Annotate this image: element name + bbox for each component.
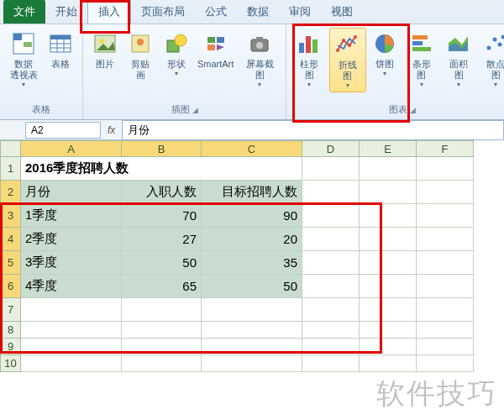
cell[interactable] — [417, 322, 474, 339]
cell[interactable] — [122, 339, 202, 355]
cell[interactable] — [417, 228, 474, 251]
col-header[interactable]: D — [302, 140, 360, 157]
cell[interactable] — [417, 157, 474, 181]
cell[interactable]: 月份 — [21, 181, 122, 204]
fx-icon[interactable]: fx — [101, 124, 122, 136]
name-box[interactable]: A2 — [25, 122, 101, 139]
dialog-launcher-icon[interactable]: ◢ — [410, 106, 416, 114]
cell[interactable]: 65 — [122, 275, 202, 298]
tab-data[interactable]: 数据 — [237, 0, 279, 24]
cell[interactable]: 目标招聘人数 — [202, 181, 302, 204]
cell[interactable] — [417, 339, 474, 355]
cell[interactable] — [21, 298, 122, 322]
table-button[interactable]: 表格 — [44, 28, 77, 72]
cell[interactable] — [302, 339, 360, 355]
cell[interactable] — [302, 204, 360, 228]
formula-input[interactable]: 月份 — [122, 120, 504, 140]
pivot-table-button[interactable]: 数据 透视表 ▾ — [5, 28, 42, 91]
cell[interactable] — [302, 298, 360, 322]
cell[interactable] — [302, 275, 360, 298]
tab-insert[interactable]: 插入 — [87, 0, 131, 24]
cell[interactable] — [417, 275, 474, 298]
cell[interactable] — [21, 339, 122, 355]
cell[interactable] — [360, 204, 417, 228]
cell[interactable] — [360, 298, 417, 322]
cell[interactable]: 3季度 — [21, 251, 122, 275]
tab-page-layout[interactable]: 页面布局 — [131, 0, 195, 24]
cell[interactable] — [360, 339, 417, 355]
area-chart-button[interactable]: 面积图 ▾ — [441, 28, 476, 91]
bar-chart-button[interactable]: 条形图 ▾ — [404, 28, 439, 91]
cell[interactable] — [360, 228, 417, 251]
cell[interactable]: 20 — [202, 228, 302, 251]
cell[interactable] — [360, 181, 417, 204]
cell[interactable]: 50 — [122, 251, 202, 275]
cell[interactable] — [417, 251, 474, 275]
cell[interactable] — [122, 322, 202, 339]
col-header[interactable]: A — [21, 140, 122, 157]
cell[interactable]: 35 — [202, 251, 302, 275]
tab-file[interactable]: 文件 — [3, 0, 45, 24]
cell[interactable]: 入职人数 — [122, 181, 202, 204]
tab-formulas[interactable]: 公式 — [195, 0, 237, 24]
picture-button[interactable]: 图片 — [88, 28, 122, 72]
pie-chart-button[interactable]: 饼图 ▾ — [368, 28, 402, 80]
cell[interactable]: 90 — [202, 204, 302, 228]
cell[interactable] — [360, 251, 417, 275]
cell[interactable] — [202, 339, 302, 355]
column-chart-button[interactable]: 柱形图 ▾ — [291, 28, 327, 91]
cell[interactable] — [360, 322, 417, 339]
cell[interactable] — [21, 355, 122, 372]
cell[interactable]: 1季度 — [21, 204, 122, 228]
cell[interactable]: 4季度 — [21, 275, 122, 298]
tab-review[interactable]: 审阅 — [279, 0, 321, 24]
cell[interactable] — [417, 181, 474, 204]
shapes-button[interactable]: 形状 ▾ — [160, 28, 193, 80]
cell[interactable]: 50 — [202, 275, 302, 298]
row-header[interactable]: 1 — [0, 157, 21, 181]
cell[interactable] — [360, 275, 417, 298]
col-header[interactable]: C — [202, 140, 302, 157]
cell[interactable] — [202, 322, 302, 339]
cell[interactable] — [360, 157, 417, 181]
row-header[interactable]: 3 — [0, 204, 21, 228]
cell[interactable]: 70 — [122, 204, 202, 228]
cell[interactable] — [21, 322, 122, 339]
clipart-button[interactable]: 剪贴画 — [123, 28, 158, 83]
cell[interactable] — [302, 355, 360, 372]
cell[interactable] — [302, 157, 360, 181]
row-header[interactable]: 4 — [0, 228, 21, 251]
row-header[interactable]: 2 — [0, 181, 21, 204]
dialog-launcher-icon[interactable]: ◢ — [192, 106, 198, 114]
cell[interactable] — [202, 298, 302, 322]
row-header[interactable]: 6 — [0, 275, 21, 298]
row-header[interactable]: 9 — [0, 339, 21, 355]
cell[interactable] — [302, 181, 360, 204]
screenshot-button[interactable]: 屏幕截图 ▾ — [239, 28, 281, 91]
cell[interactable] — [202, 355, 302, 372]
line-chart-button[interactable]: 折线图 ▾ — [329, 28, 366, 92]
cell[interactable]: 2016季度招聘人数 — [21, 157, 302, 181]
cell[interactable]: 27 — [122, 228, 202, 251]
cell[interactable] — [122, 298, 202, 322]
cell[interactable] — [302, 251, 360, 275]
cell[interactable]: 2季度 — [21, 228, 122, 251]
row-header[interactable]: 7 — [0, 298, 21, 322]
scatter-chart-button[interactable]: 散点图 ▾ — [478, 28, 504, 91]
row-header[interactable]: 5 — [0, 251, 21, 275]
col-header[interactable]: E — [360, 140, 417, 157]
cell[interactable] — [302, 228, 360, 251]
cell[interactable] — [360, 355, 417, 372]
smartart-button[interactable]: SmartArt — [195, 28, 237, 72]
select-all-corner[interactable] — [0, 140, 21, 157]
row-header[interactable]: 8 — [0, 322, 21, 339]
cell[interactable] — [417, 298, 474, 322]
row-header[interactable]: 10 — [0, 355, 21, 372]
cell[interactable] — [122, 355, 202, 372]
cell[interactable] — [302, 322, 360, 339]
cell[interactable] — [417, 355, 474, 372]
col-header[interactable]: F — [417, 140, 474, 157]
tab-view[interactable]: 视图 — [321, 0, 363, 24]
cell[interactable] — [417, 204, 474, 228]
tab-home[interactable]: 开始 — [45, 0, 87, 24]
